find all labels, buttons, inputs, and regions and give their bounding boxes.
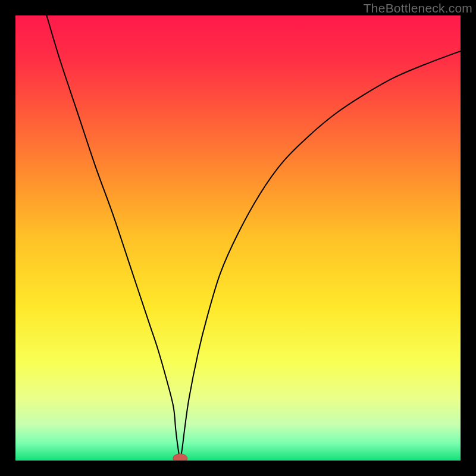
optimal-point-marker <box>173 454 187 461</box>
watermark-text: TheBottleneck.com <box>364 1 472 15</box>
gradient-background <box>15 15 461 461</box>
chart-frame <box>15 15 461 461</box>
bottleneck-chart <box>15 15 461 461</box>
